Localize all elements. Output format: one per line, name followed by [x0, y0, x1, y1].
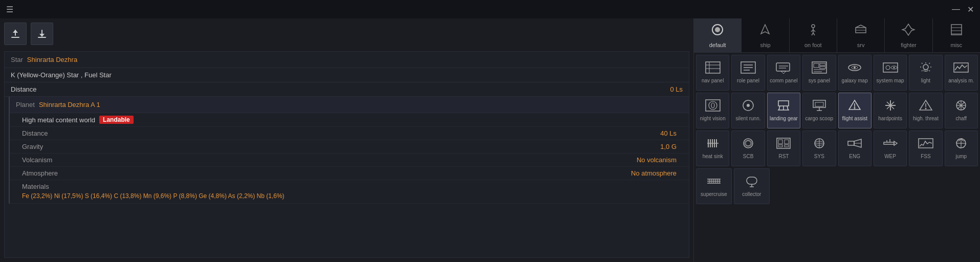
- atmosphere-value: No atmosphere: [631, 169, 677, 177]
- svg-line-54: [922, 63, 923, 64]
- heat-sink-label: heat sink: [703, 154, 723, 160]
- landing-gear-icon: [776, 99, 791, 114]
- fss-button[interactable]: FSS: [909, 130, 942, 166]
- silent-runn-button[interactable]: silent runn.: [731, 93, 765, 128]
- svg-rect-101: [785, 145, 789, 147]
- planet-volcanism-row: Volcanism No volcanism: [10, 154, 689, 167]
- cargo-scoop-label: cargo scoop: [805, 116, 833, 122]
- tab-default-label: default: [709, 42, 726, 48]
- grid-row-1: nav panel role panel: [696, 55, 978, 91]
- svg-marker-5: [39, 34, 45, 37]
- jump-button[interactable]: jump: [945, 130, 978, 166]
- tab-misc-label: misc: [951, 42, 963, 48]
- main-area: Star Shinrarta Dezhra K (Yellow-Orange) …: [0, 18, 980, 262]
- svg-rect-65: [778, 101, 789, 106]
- light-icon: [918, 61, 933, 76]
- ship-icon: [758, 23, 772, 40]
- tab-ship[interactable]: ship: [742, 18, 789, 52]
- flight-assist-button[interactable]: flight assist: [838, 93, 872, 128]
- light-button[interactable]: light: [909, 55, 942, 91]
- tab-fighter[interactable]: fighter: [885, 18, 932, 52]
- scb-icon: [741, 137, 756, 151]
- scb-label: SCB: [743, 154, 754, 160]
- high-threat-button[interactable]: high. threat: [909, 93, 942, 128]
- tab-on-foot[interactable]: on foot: [790, 18, 837, 52]
- svg-point-62: [711, 103, 714, 108]
- chaff-button[interactable]: chaff: [945, 93, 978, 128]
- svg-line-55: [929, 71, 930, 72]
- hardpoints-button[interactable]: hardpoints: [874, 93, 907, 128]
- left-panel: Star Shinrarta Dezhra K (Yellow-Orange) …: [0, 18, 693, 262]
- comm-panel-button[interactable]: comm panel: [767, 55, 800, 91]
- hamburger-menu[interactable]: ☰: [6, 5, 13, 14]
- upload-button[interactable]: [4, 23, 27, 45]
- svg-rect-0: [11, 37, 19, 38]
- wep-icon: [883, 137, 898, 151]
- sys-panel-button[interactable]: sys panel: [802, 55, 836, 91]
- svg-point-7: [715, 27, 720, 32]
- supercruise-icon: [706, 175, 722, 189]
- download-icon: [37, 29, 47, 39]
- eng-button[interactable]: ENG: [838, 130, 872, 166]
- svg-point-76: [854, 107, 856, 109]
- planet-label: Planet: [16, 101, 35, 108]
- hardpoints-label: hardpoints: [878, 116, 902, 122]
- tab-misc[interactable]: misc: [933, 18, 980, 52]
- svg-marker-2: [13, 30, 18, 33]
- tab-fighter-label: fighter: [901, 42, 917, 48]
- night-vision-icon: [705, 99, 721, 114]
- galaxy-map-button[interactable]: galaxy map: [838, 55, 872, 91]
- tab-srv[interactable]: srv: [837, 18, 885, 52]
- nav-panel-button[interactable]: nav panel: [696, 55, 729, 91]
- tab-default[interactable]: default: [694, 18, 742, 52]
- fighter-icon: [901, 23, 916, 40]
- star-label: Star: [11, 56, 23, 63]
- svg-rect-20: [951, 25, 962, 35]
- jump-icon: [953, 137, 969, 151]
- title-bar-right: — ✕: [952, 5, 974, 14]
- tab-srv-label: srv: [857, 42, 865, 48]
- heat-sink-button[interactable]: heat sink: [696, 130, 729, 166]
- svg-point-46: [886, 66, 890, 70]
- collector-icon: [744, 175, 759, 189]
- srv-icon: [854, 23, 868, 40]
- distance-value: 40 Ls: [660, 129, 677, 137]
- cargo-scoop-icon: [812, 99, 827, 114]
- sys-panel-icon: [812, 61, 827, 76]
- supercruise-button[interactable]: supercruise: [696, 168, 732, 204]
- star-name: Shinrarta Dezhra: [27, 56, 77, 63]
- distance-label: Distance: [22, 129, 48, 137]
- system-map-button[interactable]: system map: [874, 55, 907, 91]
- title-bar-left: ☰: [6, 5, 13, 14]
- svg-rect-58: [924, 70, 928, 71]
- close-button[interactable]: ✕: [967, 5, 974, 14]
- wep-button[interactable]: WEP: [874, 130, 907, 166]
- svg-rect-99: [785, 140, 789, 144]
- analysis-m-button[interactable]: analysis m.: [945, 55, 978, 91]
- cargo-scoop-button[interactable]: cargo scoop: [802, 93, 836, 128]
- light-label: light: [921, 78, 930, 84]
- svg-point-64: [747, 104, 750, 107]
- svg-rect-3: [38, 37, 46, 38]
- svg-rect-39: [820, 67, 825, 69]
- role-panel-button[interactable]: role panel: [731, 55, 765, 91]
- download-button[interactable]: [31, 23, 53, 45]
- scb-button[interactable]: SCB: [731, 130, 765, 166]
- atmosphere-label: Atmosphere: [22, 169, 58, 177]
- minimize-button[interactable]: —: [952, 5, 960, 14]
- sys-button[interactable]: SYS: [802, 130, 836, 166]
- high-threat-label: high. threat: [913, 116, 939, 122]
- grid-row-2: night vision silent runn.: [696, 93, 978, 128]
- collector-button[interactable]: collector: [734, 168, 770, 204]
- grid-section: nav panel role panel: [694, 53, 980, 262]
- star-distance-label: Distance: [11, 85, 37, 93]
- star-row: Star Shinrarta Dezhra: [5, 52, 689, 68]
- rst-button[interactable]: RST: [767, 130, 800, 166]
- landing-gear-button[interactable]: landing gear: [767, 93, 800, 128]
- eng-icon: [847, 137, 862, 151]
- grid-row-3: heat sink SCB: [696, 130, 978, 166]
- gravity-value: 1,0 G: [660, 143, 677, 150]
- high-threat-icon: [918, 99, 933, 114]
- night-vision-button[interactable]: night vision: [696, 93, 729, 128]
- svg-point-83: [925, 108, 926, 110]
